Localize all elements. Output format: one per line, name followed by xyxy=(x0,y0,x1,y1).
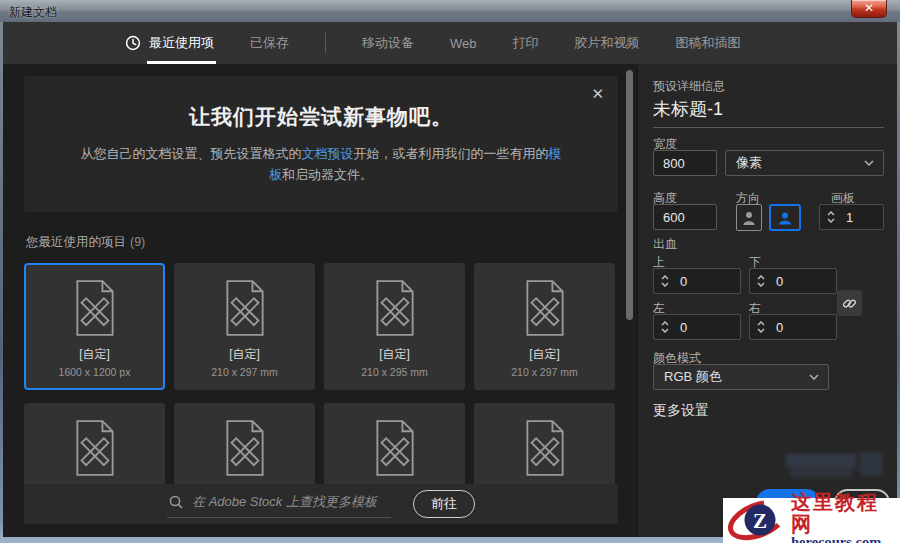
divider xyxy=(653,127,884,128)
tab-saved[interactable]: 已保存 xyxy=(250,34,289,52)
main-content: ✕ 让我们开始尝试新事物吧。 从您自己的文档设置、预先设置格式的文档预设开始，或… xyxy=(3,64,637,537)
recent-item-card[interactable]: [自定] 210 x 297 mm xyxy=(474,263,615,390)
recent-item-card[interactable] xyxy=(174,403,315,484)
chain-link-icon xyxy=(842,296,857,311)
preset-name: [自定] xyxy=(174,346,315,363)
recent-item-card[interactable]: [自定] 210 x 297 mm xyxy=(174,263,315,390)
tab-art-illustration[interactable]: 图稿和插图 xyxy=(676,34,741,52)
bleed-right-value: 0 xyxy=(776,320,783,335)
orientation-landscape-button[interactable] xyxy=(769,204,801,231)
tab-web[interactable]: Web xyxy=(450,36,477,51)
preset-name: [自定] xyxy=(474,346,615,363)
document-name-field[interactable]: 未标题-1 xyxy=(653,97,723,121)
tab-print[interactable]: 打印 xyxy=(513,34,539,52)
bleed-top-value: 0 xyxy=(680,274,687,289)
tab-label: 最近使用项 xyxy=(149,34,214,52)
width-input[interactable] xyxy=(653,150,717,176)
tab-label: 已保存 xyxy=(250,34,289,52)
spinner-arrows-icon[interactable] xyxy=(757,321,765,333)
tab-recent[interactable]: 最近使用项 xyxy=(125,34,214,52)
recent-count: (9) xyxy=(130,235,145,249)
adobe-stock-bar: 在 Adobe Stock 上查找更多模板 前往 xyxy=(24,484,618,524)
orientation-portrait-button[interactable] xyxy=(736,204,762,231)
tab-film-video[interactable]: 胶片和视频 xyxy=(575,34,640,52)
bleed-top-stepper[interactable]: 0 xyxy=(653,268,741,294)
preset-category-tabbar: 最近使用项 已保存 移动设备 Web 打印 胶片和视频 图稿和插图 xyxy=(3,22,897,64)
faint-watermark xyxy=(786,452,883,480)
window-title: 新建文档 xyxy=(9,4,57,21)
unit-value: 像素 xyxy=(736,154,762,172)
promo-banner: ✕ 让我们开始尝试新事物吧。 从您自己的文档设置、预先设置格式的文档预设开始，或… xyxy=(24,76,618,212)
color-mode-value: RGB 颜色 xyxy=(664,368,722,386)
site-url: herecours.com xyxy=(791,535,900,543)
site-watermark: Z 这里教程网 herecours.com xyxy=(723,498,900,543)
recent-item-card[interactable] xyxy=(324,403,465,484)
tab-label: Web xyxy=(450,36,477,51)
bleed-bottom-value: 0 xyxy=(776,274,783,289)
unit-select[interactable]: 像素 xyxy=(725,150,884,176)
close-icon: ✕ xyxy=(864,1,874,15)
portrait-icon xyxy=(742,209,756,227)
search-icon xyxy=(169,495,183,509)
document-icon xyxy=(519,278,571,338)
vertical-scrollbar[interactable] xyxy=(626,70,633,320)
document-icon xyxy=(69,418,121,478)
height-input[interactable] xyxy=(653,204,717,230)
chevron-down-icon xyxy=(809,374,819,380)
bleed-left-stepper[interactable]: 0 xyxy=(653,314,741,340)
link-bleed-values-button[interactable] xyxy=(837,290,862,316)
spinner-arrows-icon[interactable] xyxy=(757,275,765,287)
stock-search-input[interactable]: 在 Adobe Stock 上查找更多模板 xyxy=(167,490,391,518)
recent-title-text: 您最近使用的项目 xyxy=(26,235,126,249)
preset-dimensions: 210 x 297 mm xyxy=(474,366,615,378)
banner-heading: 让我们开始尝试新事物吧。 xyxy=(24,103,618,131)
document-icon xyxy=(219,278,271,338)
tab-label: 移动设备 xyxy=(362,34,414,52)
recent-item-card[interactable]: [自定] 210 x 295 mm xyxy=(324,263,465,390)
chevron-down-icon xyxy=(864,160,874,166)
spinner-arrows-icon[interactable] xyxy=(661,321,669,333)
preset-name: [自定] xyxy=(324,346,465,363)
recent-item-card[interactable]: [自定] 1600 x 1200 px xyxy=(24,263,165,390)
spinner-arrows-icon[interactable] xyxy=(827,211,835,223)
go-button[interactable]: 前往 xyxy=(413,490,475,518)
banner-close-icon[interactable]: ✕ xyxy=(591,85,604,103)
more-settings-link[interactable]: 更多设置 xyxy=(653,402,709,420)
document-icon xyxy=(519,418,571,478)
preset-dimensions: 210 x 295 mm xyxy=(324,366,465,378)
tab-label: 打印 xyxy=(513,34,539,52)
preset-details-panel: 预设详细信息 未标题-1 宽度 像素 高度 方向 画板 1 出血 上 xyxy=(637,64,897,537)
window-titlebar: 新建文档 ✕ xyxy=(0,0,900,22)
document-icon xyxy=(69,278,121,338)
document-presets-link[interactable]: 文档预设 xyxy=(302,146,354,161)
search-placeholder: 在 Adobe Stock 上查找更多模板 xyxy=(192,493,377,511)
document-icon xyxy=(369,278,421,338)
preset-dimensions: 1600 x 1200 px xyxy=(26,366,163,378)
panel-header: 预设详细信息 xyxy=(653,78,725,95)
svg-text:Z: Z xyxy=(753,509,767,533)
artboard-value: 1 xyxy=(846,210,853,225)
bleed-label: 出血 xyxy=(653,236,677,253)
window-close-button[interactable]: ✕ xyxy=(851,0,887,18)
preset-dimensions: 210 x 297 mm xyxy=(174,366,315,378)
site-logo-icon: Z xyxy=(725,498,789,543)
tab-mobile[interactable]: 移动设备 xyxy=(362,34,414,52)
document-icon xyxy=(219,418,271,478)
banner-body: 从您自己的文档设置、预先设置格式的文档预设开始，或者利用我们的一些有用的模板和启… xyxy=(78,143,564,186)
recent-item-card[interactable] xyxy=(24,403,165,484)
color-mode-select[interactable]: RGB 颜色 xyxy=(653,364,829,390)
bleed-bottom-stepper[interactable]: 0 xyxy=(749,268,837,294)
recent-item-card[interactable] xyxy=(474,403,615,484)
preset-name: [自定] xyxy=(26,346,163,363)
tab-label: 图稿和插图 xyxy=(676,34,741,52)
tab-divider xyxy=(325,33,326,53)
recent-row2-clipped xyxy=(3,403,637,484)
bleed-right-stepper[interactable]: 0 xyxy=(749,314,837,340)
artboard-stepper[interactable]: 1 xyxy=(819,204,884,230)
spinner-arrows-icon[interactable] xyxy=(661,275,669,287)
tab-label: 胶片和视频 xyxy=(575,34,640,52)
landscape-icon xyxy=(776,210,794,226)
new-document-dialog: 最近使用项 已保存 移动设备 Web 打印 胶片和视频 图稿和插图 ✕ 让我们开… xyxy=(3,22,897,537)
clock-icon xyxy=(125,35,141,51)
banner-text: 和启动器文件。 xyxy=(282,167,373,182)
